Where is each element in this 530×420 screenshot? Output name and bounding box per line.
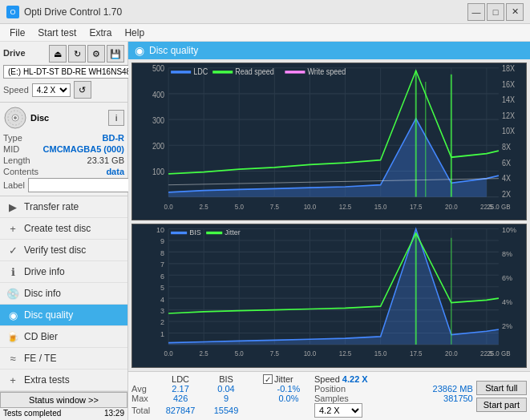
disc-length-row: Length 23.31 GB (3, 155, 124, 165)
svg-text:7: 7 (160, 260, 164, 269)
svg-text:15.0: 15.0 (374, 349, 387, 357)
drive-section: Drive ⏏ ↻ ⚙ 💾 (E:) HL-DT-ST BD-RE WH16NS… (0, 42, 127, 103)
sidebar-item-extra-tests[interactable]: + Extra tests (0, 370, 127, 391)
speed-dynamic-value: 4.22 X (342, 374, 368, 384)
start-buttons: Start full Start part (476, 374, 527, 418)
nav-label-create-test-disc: Create test disc (24, 223, 91, 234)
start-part-button[interactable]: Start part (476, 398, 527, 412)
drive-save-button[interactable]: 💾 (107, 45, 124, 63)
disc-info-icon: 💿 (6, 287, 19, 300)
nav-label-disc-info: Disc info (24, 288, 61, 299)
nav-label-extra-tests: Extra tests (24, 374, 70, 386)
disc-contents-value: data (106, 167, 124, 176)
titlebar-left: O Opti Drive Control 1.70 (6, 6, 122, 18)
svg-text:6X: 6X (502, 158, 512, 168)
svg-text:14X: 14X (502, 95, 516, 105)
disc-label-input[interactable] (28, 178, 135, 192)
svg-text:5.0: 5.0 (235, 349, 244, 357)
disc-label-label: Label (3, 180, 25, 190)
svg-text:7.5: 7.5 (270, 349, 279, 357)
sidebar-item-verify-test-disc[interactable]: ✓ Verify test disc (0, 240, 127, 261)
svg-text:10.0: 10.0 (304, 202, 317, 211)
nav-items: ▶ Transfer rate + Create test disc ✓ Ver… (0, 196, 127, 391)
svg-text:8X: 8X (502, 142, 512, 151)
svg-text:8: 8 (160, 248, 164, 258)
svg-rect-62 (285, 71, 305, 73)
svg-marker-26 (346, 185, 381, 197)
drive-label: Drive (3, 48, 26, 58)
bis-chart-panel: 10 9 8 7 6 5 4 3 2 1 10% 8% 6% 4% 2% (131, 224, 527, 368)
svg-text:0.0: 0.0 (164, 202, 173, 211)
stats-table-wrapper: LDC BIS ✓ Jitter Spe (131, 374, 473, 418)
sidebar-item-create-test-disc[interactable]: + Create test disc (0, 218, 127, 240)
total-ldc: 827847 (156, 403, 205, 418)
menu-file[interactable]: File (3, 26, 31, 40)
menubar: File Start test Extra Help (0, 24, 530, 42)
maximize-button[interactable]: □ (487, 3, 504, 21)
disc-contents-label: Contents (3, 167, 38, 176)
disc-info-button[interactable]: i (108, 110, 124, 126)
sidebar-item-drive-info[interactable]: ℹ Drive info (0, 261, 127, 283)
svg-rect-64 (132, 224, 526, 367)
disc-section: Disc i Type BD-R MID CMCMAGBA5 (000) Len… (0, 103, 127, 196)
ldc-chart-svg: 500 400 300 200 100 18X 16X 14X 12X 10X … (132, 63, 526, 220)
sidebar-item-cd-bier[interactable]: 🍺 CD Bier (0, 326, 127, 348)
drive-info-icon: ℹ (6, 265, 19, 278)
speed-select[interactable]: 4.2 X (32, 83, 71, 97)
svg-text:4%: 4% (502, 297, 513, 307)
menu-start-test[interactable]: Start test (31, 26, 83, 40)
svg-text:17.5: 17.5 (410, 349, 423, 357)
col-bis: BIS (205, 374, 247, 384)
sidebar-item-transfer-rate[interactable]: ▶ Transfer rate (0, 196, 127, 218)
close-button[interactable]: ✕ (506, 3, 524, 21)
svg-text:2.5: 2.5 (200, 349, 208, 357)
status-bar: Status window >> Tests completed 13:29 1… (0, 391, 127, 420)
svg-text:12X: 12X (502, 111, 516, 120)
sidebar-item-disc-quality[interactable]: ◉ Disc quality (0, 305, 127, 326)
menu-extra[interactable]: Extra (83, 26, 118, 40)
svg-text:10X: 10X (502, 127, 516, 136)
app-icon: O (6, 6, 19, 18)
disc-mid-value: CMCMAGBA5 (000) (43, 144, 124, 154)
drive-settings-button[interactable]: ⚙ (87, 45, 105, 63)
speed-refresh-button[interactable]: ↺ (74, 81, 91, 99)
extra-tests-icon: + (6, 374, 19, 386)
menu-help[interactable]: Help (118, 26, 151, 40)
status-window-button[interactable]: Status window >> (0, 392, 127, 408)
col-speed: Speed 4.22 X (314, 374, 405, 384)
svg-marker-25 (310, 187, 345, 197)
svg-text:0.0: 0.0 (164, 349, 173, 357)
svg-text:10: 10 (156, 225, 164, 235)
svg-text:2: 2 (160, 317, 164, 327)
content-area: ◉ Disc quality (128, 42, 530, 420)
avg-ldc: 2.17 (156, 384, 205, 394)
nav-label-transfer-rate: Transfer rate (24, 201, 79, 212)
disc-quality-icon: ◉ (6, 309, 19, 321)
avg-jitter: -0.1% (263, 384, 314, 394)
drive-scan-button[interactable]: ↻ (68, 45, 86, 63)
svg-text:1: 1 (160, 329, 164, 339)
test-speed-select[interactable]: 4.2 X (314, 403, 362, 418)
svg-marker-24 (274, 188, 310, 196)
svg-marker-22 (204, 189, 239, 196)
total-label: Total (131, 403, 156, 418)
sidebar-item-fe-te[interactable]: ≈ FE / TE (0, 348, 127, 370)
speed-label: Speed (3, 85, 29, 95)
drive-eject-button[interactable]: ⏏ (49, 45, 67, 63)
disc-type-value: BD-R (103, 133, 125, 143)
svg-text:4: 4 (160, 295, 164, 305)
verify-test-disc-icon: ✓ (6, 244, 19, 256)
app-title: Opti Drive Control 1.70 (24, 6, 122, 18)
nav-label-cd-bier: CD Bier (24, 331, 58, 342)
titlebar: O Opti Drive Control 1.70 — □ ✕ (0, 0, 530, 24)
jitter-checkbox[interactable]: ✓ (263, 374, 273, 384)
stats-total-row: Total 827847 15549 4.2 X (131, 403, 473, 418)
svg-text:17.5: 17.5 (410, 202, 423, 211)
minimize-button[interactable]: — (467, 3, 485, 21)
svg-text:25.0 GB: 25.0 GB (487, 202, 511, 211)
svg-rect-117 (206, 232, 222, 234)
sidebar-item-disc-info[interactable]: 💿 Disc info (0, 283, 127, 305)
start-full-button[interactable]: Start full (476, 381, 527, 395)
svg-rect-58 (171, 71, 191, 73)
ldc-chart-panel: 500 400 300 200 100 18X 16X 14X 12X 10X … (131, 63, 527, 220)
